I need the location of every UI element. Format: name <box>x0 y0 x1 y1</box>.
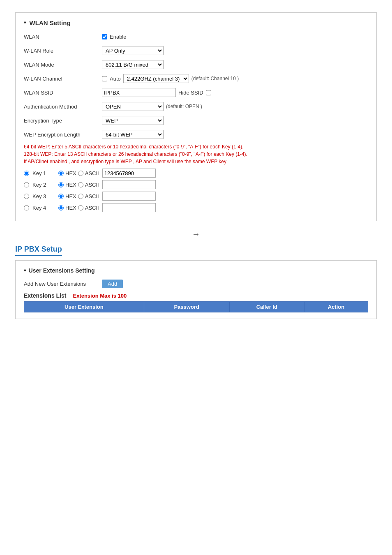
wep-length-select[interactable]: 64-bit WEP 128-bit WEP <box>102 130 164 139</box>
wep-info-line3: If AP/Clinet enabled , and encryption ty… <box>24 158 368 165</box>
add-user-ext-control: Add <box>102 280 123 288</box>
user-ext-section-title: • User Extensions Setting <box>24 267 368 274</box>
wlan-channel-default: (default: Channel 10 ) <box>191 76 239 81</box>
extensions-list-label: Extensions List <box>24 292 66 299</box>
key3-input[interactable] <box>102 192 156 201</box>
key4-ascii-radio[interactable] <box>78 205 83 210</box>
wlan-ssid-label: WLAN SSID <box>24 90 102 96</box>
key1-input[interactable] <box>102 169 156 178</box>
add-user-ext-button[interactable]: Add <box>102 280 123 288</box>
wlan-enable-text: Enable <box>110 34 126 40</box>
key2-radio[interactable] <box>24 182 29 187</box>
wlan-hide-ssid-text: Hide SSID <box>178 90 203 96</box>
add-user-ext-row: Add New User Extensions Add <box>24 278 368 289</box>
key3-ascii-radio[interactable] <box>78 194 83 199</box>
key4-hex-ascii: HEX ASCII <box>58 205 99 211</box>
wlan-role-label: W-LAN Role <box>24 48 102 54</box>
wep-length-control: 64-bit WEP 128-bit WEP <box>102 130 164 139</box>
key1-row: Key 1 HEX ASCII <box>24 169 368 178</box>
key1-hex-text: HEX <box>65 170 76 176</box>
key2-row: Key 2 HEX ASCII <box>24 180 368 189</box>
wlan-channel-auto-text: Auto <box>110 76 121 82</box>
page-container: • WLAN Setting WLAN Enable W-LAN Role AP… <box>11 8 381 331</box>
ext-table: User Extension Password Caller Id Action <box>24 301 368 312</box>
add-user-ext-label: Add New User Extensions <box>24 281 102 287</box>
key2-hex-text: HEX <box>65 182 76 188</box>
wlan-section-title: • WLAN Setting <box>24 19 368 26</box>
wlan-channel-select[interactable]: 2.422GHZ (channel 3) 2.412GHZ (channel 1… <box>123 74 189 83</box>
key3-ascii-text: ASCII <box>85 193 99 199</box>
key3-hex-text: HEX <box>65 193 76 199</box>
wlan-channel-label: W-LAN Channel <box>24 76 102 82</box>
keys-section: Key 1 HEX ASCII Key 2 HEX ASCII <box>24 169 368 212</box>
wep-length-label: WEP Encryption Length <box>24 132 102 138</box>
key4-row: Key 4 HEX ASCII <box>24 203 368 212</box>
key1-ascii-radio[interactable] <box>78 171 83 176</box>
key1-hex-ascii: HEX ASCII <box>58 170 99 176</box>
wlan-role-control: AP Only Client Only AP+Client <box>102 46 164 55</box>
wep-info-text: 64-bit WEP: Enter 5 ASCII characters or … <box>24 143 368 165</box>
key1-hex-radio[interactable] <box>58 171 64 176</box>
wlan-ssid-input[interactable] <box>102 88 176 97</box>
wlan-mode-label: WLAN Mode <box>24 62 102 68</box>
wlan-channel-auto-checkbox[interactable] <box>102 76 107 81</box>
extensions-list-header: Extensions List Extension Max is 100 <box>24 292 368 299</box>
encryption-type-select[interactable]: WEP None TKIP AES <box>102 116 164 125</box>
key3-label: Key 3 <box>32 193 55 199</box>
ext-table-header-row: User Extension Password Caller Id Action <box>24 302 368 312</box>
col-user-extension: User Extension <box>24 302 144 312</box>
key3-row: Key 3 HEX ASCII <box>24 192 368 201</box>
col-caller-id: Caller Id <box>229 302 304 312</box>
bullet-icon: • <box>24 19 26 26</box>
wlan-mode-select[interactable]: 802.11 B/G mixed 802.11B only 802.11G on… <box>102 60 164 69</box>
wlan-hide-ssid-checkbox[interactable] <box>206 90 211 95</box>
key2-hex-ascii: HEX ASCII <box>58 182 99 188</box>
wlan-enable-checkbox[interactable] <box>102 34 107 39</box>
arrow-divider: → <box>15 229 377 239</box>
wlan-enable-row: WLAN Enable <box>24 31 368 42</box>
wlan-channel-control: Auto 2.422GHZ (channel 3) 2.412GHZ (chan… <box>102 74 239 83</box>
key3-hex-ascii: HEX ASCII <box>58 193 99 199</box>
key2-input[interactable] <box>102 180 156 189</box>
wlan-channel-row: W-LAN Channel Auto 2.422GHZ (channel 3) … <box>24 73 368 84</box>
ippbx-setup-section: IP PBX Setup • User Extensions Setting A… <box>15 245 377 319</box>
key1-ascii-text: ASCII <box>85 170 99 176</box>
user-ext-bullet: • <box>24 267 26 274</box>
wlan-auth-control: OPEN Shared WPA-PSK (default: OPEN ) <box>102 102 202 111</box>
wep-info-line2: 128-bit WEP: Enter 13 ASCII characters o… <box>24 150 368 158</box>
key4-input[interactable] <box>102 203 156 212</box>
key2-ascii-radio[interactable] <box>78 182 83 187</box>
wlan-ssid-control: Hide SSID <box>102 88 211 97</box>
key3-hex-radio[interactable] <box>58 194 64 199</box>
wep-info-line1: 64-bit WEP: Enter 5 ASCII characters or … <box>24 143 368 150</box>
wlan-auth-default: (default: OPEN ) <box>166 104 202 109</box>
user-ext-section: • User Extensions Setting Add New User E… <box>15 260 377 319</box>
encryption-type-row: Encryption Type WEP None TKIP AES <box>24 115 368 126</box>
key4-label: Key 4 <box>32 205 55 211</box>
wlan-auth-label: Authentication Method <box>24 104 102 110</box>
key4-hex-text: HEX <box>65 205 76 211</box>
encryption-type-control: WEP None TKIP AES <box>102 116 164 125</box>
wlan-role-row: W-LAN Role AP Only Client Only AP+Client <box>24 45 368 56</box>
key3-radio[interactable] <box>24 194 29 199</box>
key2-label: Key 2 <box>32 182 55 188</box>
wlan-role-select[interactable]: AP Only Client Only AP+Client <box>102 46 164 55</box>
key4-radio[interactable] <box>24 205 29 210</box>
wlan-ssid-row: WLAN SSID Hide SSID <box>24 87 368 98</box>
key2-ascii-text: ASCII <box>85 182 99 188</box>
col-password: Password <box>144 302 229 312</box>
col-action: Action <box>304 302 368 312</box>
ext-max-text: Extension Max is 100 <box>73 293 127 299</box>
key4-hex-radio[interactable] <box>58 205 64 210</box>
key1-radio[interactable] <box>24 171 29 176</box>
wlan-enable-control: Enable <box>102 34 126 40</box>
wlan-auth-select[interactable]: OPEN Shared WPA-PSK <box>102 102 164 111</box>
encryption-type-label: Encryption Type <box>24 118 102 124</box>
wlan-setting-section: • WLAN Setting WLAN Enable W-LAN Role AP… <box>15 12 377 221</box>
key2-hex-radio[interactable] <box>58 182 64 187</box>
key1-label: Key 1 <box>32 170 55 176</box>
ippbx-title: IP PBX Setup <box>15 245 62 256</box>
wlan-auth-row: Authentication Method OPEN Shared WPA-PS… <box>24 101 368 112</box>
wlan-mode-row: WLAN Mode 802.11 B/G mixed 802.11B only … <box>24 59 368 70</box>
wlan-label: WLAN <box>24 34 102 40</box>
